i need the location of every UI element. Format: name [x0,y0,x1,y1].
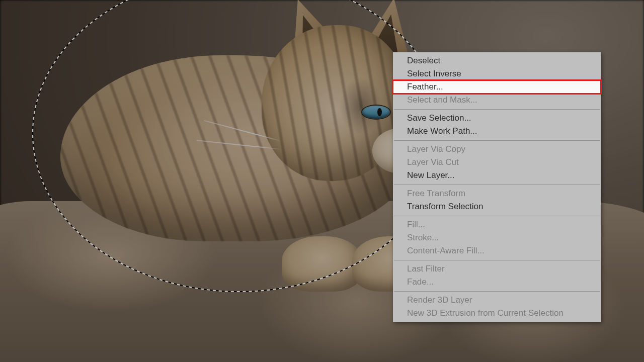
menu-separator [394,291,600,292]
menu-item-deselect[interactable]: Deselect [393,54,601,67]
menu-separator [394,216,600,216]
photo-cat-paw [282,236,362,292]
menu-separator [394,109,600,110]
menu-item-feather[interactable]: Feather... [393,80,601,94]
menu-item-render-3d-layer: Render 3D Layer [393,294,601,307]
menu-item-save-selection[interactable]: Save Selection... [393,112,601,125]
menu-separator [394,260,600,260]
menu-item-content-aware-fill: Content-Aware Fill... [393,244,601,257]
menu-item-new-layer[interactable]: New Layer... [393,169,601,182]
menu-separator [394,185,600,185]
photo-cat-eye [362,106,390,119]
menu-item-layer-via-copy: Layer Via Copy [393,143,601,156]
menu-item-make-work-path[interactable]: Make Work Path... [393,125,601,138]
menu-item-select-and-mask: Select and Mask... [393,94,601,107]
menu-item-transform-selection[interactable]: Transform Selection [393,200,601,213]
menu-separator [394,140,600,141]
selection-context-menu[interactable]: DeselectSelect InverseFeather...Select a… [393,52,601,322]
menu-item-free-transform: Free Transform [393,187,601,200]
menu-item-fade: Fade... [393,276,601,289]
menu-item-select-inverse[interactable]: Select Inverse [393,67,601,80]
menu-item-layer-via-cut: Layer Via Cut [393,156,601,169]
menu-item-stroke: Stroke... [393,231,601,244]
menu-item-last-filter: Last Filter [393,262,601,276]
menu-item-fill: Fill... [393,218,601,231]
menu-item-new-3d-extrusion: New 3D Extrusion from Current Selection [393,307,601,320]
